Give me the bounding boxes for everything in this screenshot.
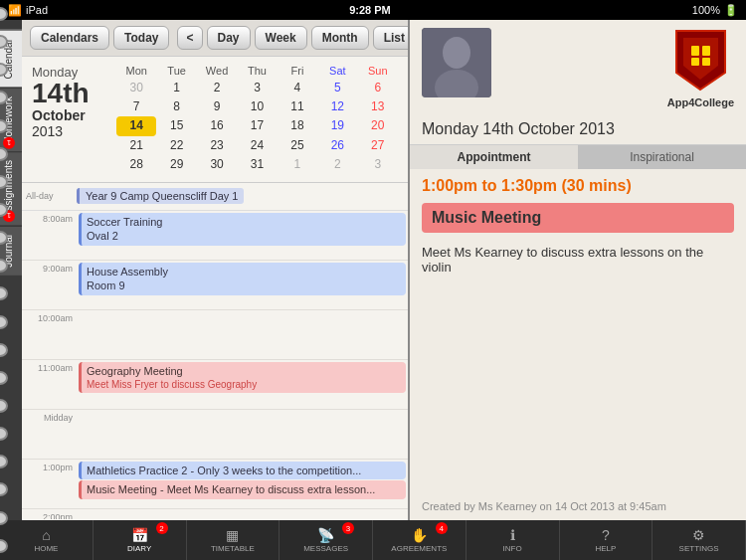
day-fri: Fri [278,65,317,77]
nav-settings[interactable]: ⚙ SETTINGS [653,520,746,560]
week-button[interactable]: Week [255,26,307,50]
spiral-ring [0,455,8,468]
cal-day-26[interactable]: 26 [317,136,357,155]
battery-label: 100% [692,4,720,16]
diary-icon: 📅 [131,527,148,543]
cal-day-18[interactable]: 18 [278,116,317,135]
cal-week-4: 21 22 23 24 25 26 27 [116,136,398,155]
nav-agreements[interactable]: 4 ✋ AGREEMENTS [373,520,466,560]
month-button[interactable]: Month [311,26,369,50]
svg-rect-8 [702,58,710,66]
svg-rect-6 [702,46,710,56]
cal-day-3[interactable]: 3 [237,79,277,97]
nav-home-label: HOME [34,544,58,553]
cal-day-30b[interactable]: 30 [197,155,237,174]
tab-inspirational[interactable]: Inspirational [578,145,746,169]
event-assembly-title: House Assembly [87,265,401,279]
tab-appointment[interactable]: Appointment [410,145,578,169]
cal-day-n3[interactable]: 3 [358,155,398,174]
cal-day-10[interactable]: 10 [237,97,277,116]
cal-day-31[interactable]: 31 [237,155,277,174]
status-bar: 📶 iPad 9:28 PM 100% 🔋 [0,0,746,20]
spiral-ring [0,119,8,133]
cal-day-28[interactable]: 28 [116,155,156,174]
cal-day-6[interactable]: 6 [358,79,398,97]
logo-shield-svg [673,28,728,93]
spiral-ring [0,147,8,161]
time-content-9am: House Assembly Room 9 [77,261,408,309]
time-label-1pm: 1:00pm [22,460,77,508]
cal-day-20[interactable]: 20 [358,116,398,135]
nav-diary[interactable]: 2 📅 DIARY [93,520,187,560]
cal-day-25[interactable]: 25 [278,136,317,155]
cal-day-4[interactable]: 4 [278,79,317,97]
cal-day-9[interactable]: 9 [197,97,237,116]
cal-month: October [32,107,116,123]
event-music-list[interactable]: Music Meeting - Meet Ms Kearney to discu… [79,480,406,498]
cal-day-n2[interactable]: 2 [317,155,357,174]
cal-day-1[interactable]: 1 [156,79,196,97]
nav-help-label: HELP [595,544,616,553]
cal-day-16[interactable]: 16 [197,116,237,135]
app-body: Calendar 1 Homework 1 Assignments Journa… [0,20,746,520]
cal-day-13[interactable]: 13 [358,97,398,116]
nav-help[interactable]: ? HELP [560,520,653,560]
cal-day-23[interactable]: 23 [197,136,237,155]
nav-timetable[interactable]: ▦ TIMETABLE [187,520,280,560]
cal-day-17[interactable]: 17 [237,116,277,135]
svg-point-1 [443,37,470,69]
cal-day-27[interactable]: 27 [358,136,398,155]
cal-day-24[interactable]: 24 [237,136,277,155]
cal-day-12[interactable]: 12 [317,97,357,116]
time-content-1pm: Mathletics Practice 2 - Only 3 weeks to … [77,460,408,508]
today-button[interactable]: Today [113,26,169,50]
day-button[interactable]: Day [207,26,251,50]
day-wed: Wed [197,65,237,77]
nav-home[interactable]: ⌂ HOME [0,520,93,560]
day-sun: Sun [358,65,398,77]
cal-day-2[interactable]: 2 [197,79,237,97]
cal-day-22[interactable]: 22 [156,136,196,155]
spiral-ring [0,371,8,385]
time-content-midday [77,410,408,459]
status-left: 📶 iPad [8,4,48,17]
nav-messages-label: MESSAGES [303,544,348,553]
cal-day-n1[interactable]: 1 [278,155,317,174]
event-soccer[interactable]: Soccer Training Oval 2 [79,213,406,246]
event-music-list-title: Music Meeting - Meet Ms Kearney to discu… [87,482,401,496]
cal-day-30[interactable]: 30 [116,79,156,97]
cal-day-5[interactable]: 5 [317,79,357,97]
event-soccer-sub: Oval 2 [87,229,401,243]
nav-info[interactable]: ℹ INFO [466,520,560,560]
prev-button[interactable]: < [177,26,202,50]
home-icon: ⌂ [42,527,50,543]
messages-icon: 📡 [317,527,334,543]
cal-day-19[interactable]: 19 [317,116,357,135]
cal-day-29[interactable]: 29 [156,155,196,174]
event-assembly[interactable]: House Assembly Room 9 [79,263,406,295]
status-right: 100% 🔋 [692,4,738,17]
calendars-button[interactable]: Calendars [30,26,109,50]
wifi-icon: 📶 [8,4,22,17]
cal-day-14[interactable]: 14 [116,116,156,135]
nav-messages[interactable]: 3 📡 MESSAGES [280,520,373,560]
device-label: iPad [26,4,48,16]
cal-day-7[interactable]: 7 [116,97,156,116]
time-content-10am [77,310,408,359]
event-geography[interactable]: Geography Meeting Meet Miss Fryer to dis… [79,362,406,393]
battery-icon: 🔋 [724,4,738,17]
nav-timetable-label: TIMETABLE [211,544,255,553]
cal-day-8[interactable]: 8 [156,97,196,116]
event-mathletics[interactable]: Mathletics Practice 2 - Only 3 weeks to … [79,462,406,479]
cal-day-21[interactable]: 21 [116,136,156,155]
spiral-ring [0,399,8,413]
all-day-event[interactable]: Year 9 Camp Queenscliff Day 1 [77,188,244,204]
time-label-2pm: 2:00pm [22,509,77,519]
cal-day-15[interactable]: 15 [156,116,196,135]
event-footer: Created by Ms Kearney on 14 Oct 2013 at … [422,500,666,512]
time-label-10am: 10:00am [22,310,77,359]
spiral-ring [0,63,8,77]
cal-day-11[interactable]: 11 [278,97,317,116]
settings-icon: ⚙ [692,527,705,543]
spiral-ring [0,35,8,49]
